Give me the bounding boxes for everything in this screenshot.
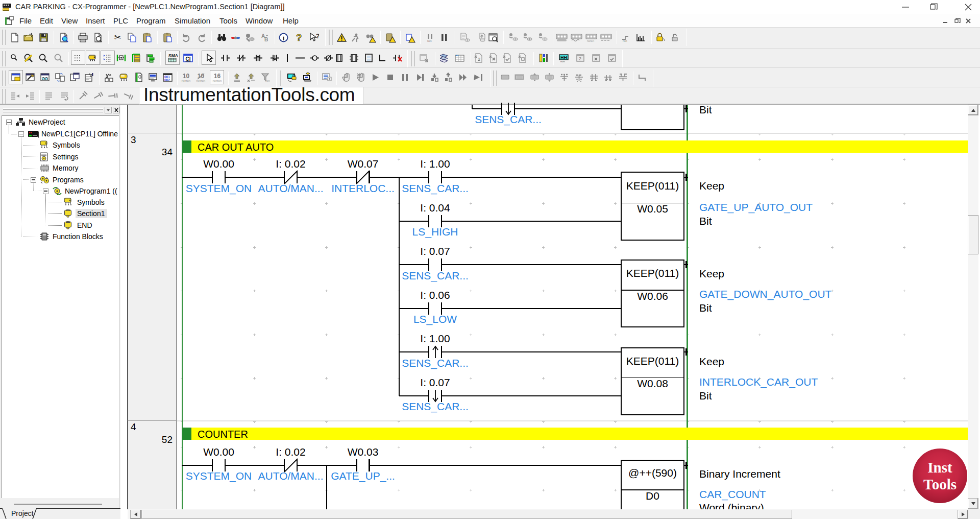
svg-text:2: 2: [579, 56, 581, 61]
svg-text:HH: HH: [560, 55, 567, 60]
svg-text:roron: roron: [587, 39, 594, 42]
svg-text:ronron: ronron: [197, 79, 205, 82]
svg-text:ronron: ronron: [212, 79, 221, 82]
svg-text:✂: ✂: [114, 33, 121, 42]
svg-text:ron: ron: [623, 39, 627, 42]
svg-text:?: ?: [316, 33, 319, 40]
svg-text:002: 002: [164, 78, 170, 81]
svg-text:16: 16: [213, 73, 220, 80]
svg-text:**: **: [456, 54, 459, 58]
svg-text:ron: ron: [427, 39, 432, 42]
svg-text:?: ?: [296, 32, 302, 43]
svg-text:SMA: SMA: [168, 53, 178, 58]
svg-text:10: 10: [182, 73, 189, 80]
svg-text:2: 2: [478, 57, 480, 62]
svg-text:ron: ron: [560, 60, 565, 63]
svg-text:CI: CI: [185, 56, 190, 61]
svg-text:ronron: ronron: [181, 79, 190, 82]
svg-text:B: B: [264, 37, 268, 42]
svg-text:i: i: [283, 34, 285, 41]
svg-text:ron: ron: [265, 79, 270, 82]
